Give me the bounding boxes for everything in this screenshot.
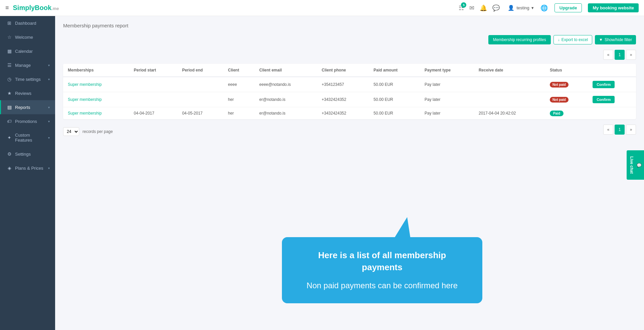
reports-arrow-icon: ▾ [48,106,50,109]
sidebar-label-reviews: Reviews [15,91,50,96]
mybooking-button[interactable]: My booking website [588,3,639,12]
sidebar-item-dashboard[interactable]: ⊞ Dashboard [0,16,55,30]
sidebar-item-custom-features[interactable]: ✦ Custom Features ▾ [0,128,55,147]
client-cell: eeee [223,77,255,92]
client-phone-cell: +3432424352 [317,107,369,120]
custom-features-icon: ✦ [6,135,12,140]
col-period-start: Period start [129,64,178,77]
table-row: Super membership her er@notando.is +3432… [63,92,636,107]
logo: SimplyBook.me [13,4,59,12]
confirm-button[interactable]: Confirm [593,81,615,88]
col-paid-amount: Paid amount [369,64,420,77]
export-to-excel-button[interactable]: ↓ Export to excel [553,35,592,44]
live-chat-button[interactable]: 💬 Live chat [627,150,644,180]
col-action [588,64,636,77]
sidebar-label-manage: Manage [15,63,45,68]
period-start-cell [129,92,178,107]
membership-cell[interactable]: Super membership [63,92,129,107]
top-pagination: « 1 » [63,50,636,60]
confirm-button[interactable]: Confirm [593,96,615,103]
page-1-button[interactable]: 1 [615,50,625,60]
records-per-page-select[interactable]: 24 48 96 [63,127,79,136]
filter-icon: ▼ [599,37,603,42]
bottom-page-1-button[interactable]: 1 [615,125,625,135]
sidebar-item-calendar[interactable]: ▦ Calendar [0,44,55,58]
welcome-icon: ☆ [6,34,12,40]
period-end-cell [177,92,223,107]
table-header-row: Memberships Period start Period end Clie… [63,64,636,77]
recurring-profiles-button[interactable]: Membership recurring profiles [488,35,551,44]
sidebar-item-reviews[interactable]: ★ Reviews [0,86,55,100]
sidebar-item-promotions[interactable]: 🏷 Promotions ▾ [0,114,55,128]
client-phone-cell: +354123457 [317,77,369,92]
sidebar-item-manage[interactable]: ☰ Manage ▾ [0,58,55,72]
sidebar-label-custom-features: Custom Features [15,133,45,143]
manage-icon: ☰ [6,62,12,68]
logo-text: SimplyBook [13,4,52,11]
user-avatar-icon: 👤 [508,5,514,11]
chat-nav-icon[interactable]: 💬 [492,4,500,12]
grid-badge: 5 [461,2,466,8]
period-end-cell: 04-05-2017 [177,107,223,120]
client-cell: her [223,107,255,120]
sidebar-label-calendar: Calendar [15,49,50,54]
membership-cell[interactable]: Super membership [63,77,129,92]
action-cell: Confirm [588,92,636,107]
hamburger-icon[interactable]: ≡ [5,4,9,11]
col-client: Client [223,64,255,77]
table-row: Super membership eeee eeee@notando.is +3… [63,77,636,92]
sidebar-label-settings: Settings [15,152,50,157]
bottom-next-page-button[interactable]: » [626,125,636,135]
sidebar-label-dashboard: Dashboard [15,21,50,26]
show-hide-filter-button[interactable]: ▼ Show/hide filter [595,35,636,44]
status-badge: Paid [550,111,564,116]
upgrade-button[interactable]: Upgrade [554,3,582,12]
globe-icon[interactable]: 🌐 [540,4,548,12]
col-memberships: Memberships [63,64,129,77]
sidebar: ⊞ Dashboard ☆ Welcome ▦ Calendar ☰ Manag… [0,16,55,330]
paid-amount-cell: 50.00 EUR [369,92,420,107]
sidebar-label-welcome: Welcome [15,35,50,40]
plans-prices-arrow-icon: ▾ [48,166,50,170]
bell-nav-icon[interactable]: 🔔 [480,4,487,12]
payment-type-cell: Pay later [420,77,474,92]
membership-cell[interactable]: Super membership [63,107,129,120]
sidebar-item-welcome[interactable]: ☆ Welcome [0,30,55,44]
action-cell: Confirm [588,77,636,92]
period-start-cell: 04-04-2017 [129,107,178,120]
col-client-email: Client email [255,64,317,77]
paid-amount-cell: 50.00 EUR [369,107,420,120]
payment-type-cell: Pay later [420,92,474,107]
tooltip-line1: Here is a list of all membership payment… [299,249,466,274]
logo-suffix: .me [51,6,59,11]
sidebar-label-reports: Reports [15,105,45,110]
bottom-prev-page-button[interactable]: « [603,125,613,135]
next-page-button[interactable]: » [626,50,636,60]
sidebar-item-time-settings[interactable]: ◷ Time settings ▾ [0,72,55,86]
tooltip-bubble: Here is a list of all membership payment… [282,237,482,303]
custom-features-arrow-icon: ▾ [48,136,50,140]
sidebar-item-reports[interactable]: ▤ Reports ▾ [0,100,55,114]
logo-accent: implyBook [17,4,51,11]
prev-page-button[interactable]: « [603,50,613,60]
sidebar-item-plans-prices[interactable]: ◈ Plans & Prices ▾ [0,161,55,175]
period-start-cell [129,77,178,92]
dashboard-icon: ⊞ [6,20,12,26]
mail-nav-icon[interactable]: ✉ [469,4,474,12]
client-email-cell: er@notando.is [255,92,317,107]
sidebar-item-settings[interactable]: ⚙ Settings [0,147,55,161]
grid-nav-icon[interactable]: ☷ 5 [459,4,464,12]
bottom-toolbar: 24 48 96 records per page « 1 » [63,121,636,143]
col-payment-type: Payment type [420,64,474,77]
records-per-page-label: records per page [83,129,113,134]
status-cell: Not paid [545,92,588,107]
time-settings-arrow-icon: ▾ [48,77,50,81]
user-menu[interactable]: 👤 testing ▾ [508,5,533,11]
client-email-cell: eeee@notando.is [255,77,317,92]
status-cell: Paid [545,107,588,120]
client-cell: her [223,92,255,107]
bottom-pagination: « 1 » [603,125,636,135]
receive-date-cell: 2017-04-04 20:42:02 [474,107,545,120]
settings-icon: ⚙ [6,151,12,157]
sidebar-label-plans-prices: Plans & Prices [15,166,45,171]
